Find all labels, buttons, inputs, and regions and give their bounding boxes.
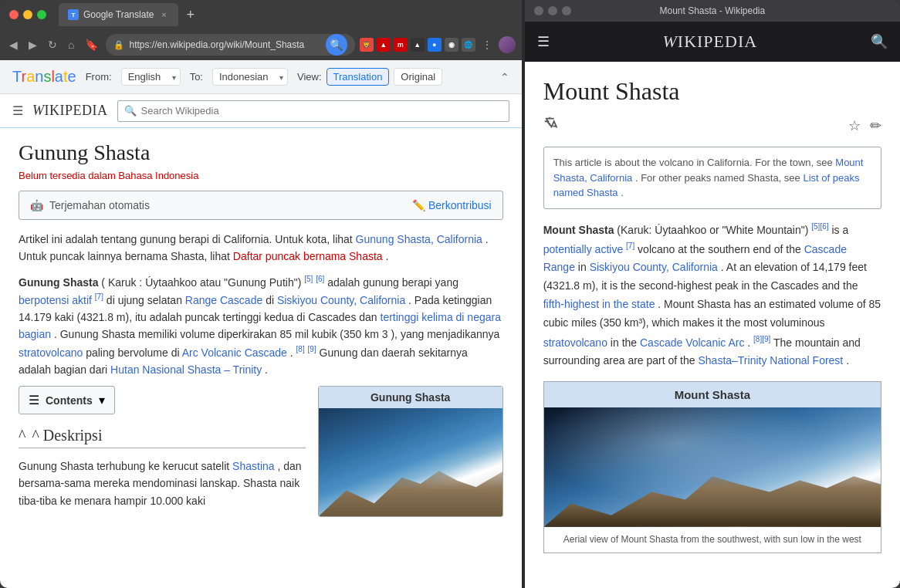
article-main-text: Gunung Shasta ( Karuk : Úytaahkoo atau "… [19,273,503,378]
body-text8: . [290,346,296,358]
right-meta-icons: ☆ ✏ [543,115,881,136]
body-text1: ( Karuk : Úytaahkoo atau "Gunung Putih") [101,275,304,288]
body-text6: . Gunung Shasta memiliki volume diperkir… [54,328,499,340]
link-hutan-nasional[interactable]: Hutan Nasional Shasta – Trinity [110,363,262,376]
extension-m[interactable]: m [394,38,408,52]
ref5[interactable]: [5] [304,275,313,283]
maximize-button[interactable] [37,10,46,19]
contents-chevron: ▾ [99,393,105,407]
link-shastina[interactable]: Shastina [232,460,274,472]
extension-globe[interactable]: 🌐 [462,38,475,52]
wiki-search-icon: 🔍 [124,105,137,117]
article-title: Gunung Shasta [19,140,503,165]
right-image-caption: Aerial view of Mount Shasta from the sou… [544,527,881,553]
from-language-select[interactable]: English [121,68,181,86]
right-ref89-link[interactable]: [8][9] [753,335,770,343]
link-range-cascade[interactable]: Range Cascade [185,293,262,306]
extension-grey[interactable]: ◉ [445,38,458,52]
extension-dark[interactable]: ▲ [411,38,425,52]
close-button[interactable] [9,10,19,19]
translate-to-select[interactable]: Indonesian [212,68,288,86]
left-infobox-title: Gunung Shasta [319,387,502,408]
ref8[interactable]: [8] [296,345,305,353]
extension-brave[interactable]: 🦁 [360,38,374,52]
to-language-select[interactable]: Indonesian [212,68,288,86]
ref7[interactable]: [7] [95,292,103,301]
right-article-title: Mount Shasta [543,77,881,106]
avatar[interactable] [499,36,516,53]
bookmark-button[interactable]: 🔖 [82,35,101,54]
body-text10: . [265,363,268,376]
left-mountain-image [319,408,503,516]
wiki-hamburger-icon[interactable]: ☰ [537,33,550,50]
right-link-stratovolcano[interactable]: stratovolcano [543,336,607,348]
ref9[interactable]: [9] [308,345,316,353]
right-link-potentially-active[interactable]: potentially active [543,243,624,255]
star-icon[interactable]: ☆ [848,117,861,134]
right-disam-period: . [621,187,624,198]
chrome-more-button[interactable]: ⋮ [479,35,496,54]
contribute-button[interactable]: ✏️ Berkontribusi [412,199,492,211]
extension-red[interactable]: ▲ [377,38,391,52]
section-collapse-icon[interactable]: ^ [19,427,25,444]
translate-icon[interactable] [543,115,560,136]
right-link-fifth-highest[interactable]: fifth-highest in the state [543,298,655,310]
right-ref56[interactable]: [5][6] [811,222,828,231]
link-stratovolcano[interactable]: stratovolcano [19,346,83,358]
home-button[interactable]: ⌂ [65,35,77,54]
lock-icon: 🔒 [113,40,124,50]
edit-icon[interactable]: ✏ [870,117,881,134]
wiki-search-input[interactable] [141,105,502,117]
link-siskiyou[interactable]: Siskiyou County, California [277,293,405,306]
period: . [386,250,389,262]
right-article-main-text: Mount Shasta (Karuk: Úytaahkoo or "White… [543,220,881,370]
right-body-text2: volcano at the southern end of the [638,243,804,255]
right-disam-text: This article is about the volcano in Cal… [553,157,833,168]
ref6[interactable]: [6] [316,275,324,283]
link-gunung-shasta-california[interactable]: Gunung Shasta, California [356,233,482,245]
translate-from-select[interactable]: English [121,68,181,86]
address-bar[interactable]: 🔒 https://en.wikipedia.org/wiki/Mount_Sh… [106,34,354,56]
right-close-button[interactable] [534,6,543,15]
link-daftar-puncak[interactable]: Daftar puncak bernama Shasta [233,250,383,262]
translate-expand-button[interactable]: ⌃ [500,71,509,83]
contents-box[interactable]: ☰ Contents ▾ [19,386,115,414]
url-text: https://en.wikipedia.org/wiki/Mount_Shas… [129,39,320,50]
address-search-button[interactable]: 🔍 [326,34,347,56]
contents-icon: ☰ [29,393,39,407]
body-text4: di [266,293,277,306]
original-view-button[interactable]: Original [394,68,442,86]
right-minimize-button[interactable] [548,6,557,15]
right-traffic-lights [534,6,571,15]
body-text7: paling bervolume di [86,346,182,358]
link-berpotensi-aktif[interactable]: berpotensi aktif [19,293,92,306]
wiki-app-search-icon[interactable]: 🔍 [871,33,888,50]
minimize-button[interactable] [23,10,32,19]
wiki-menu-icon[interactable]: ☰ [12,103,23,118]
right-infobox: Mount Shasta Aerial view of Mount Shasta… [543,381,881,553]
translate-logo: Translate [12,68,76,86]
reload-button[interactable]: ↻ [45,35,60,54]
right-mountain-image [544,407,881,527]
right-article-bold: Mount Shasta [543,223,614,235]
back-button[interactable]: ◀ [6,35,21,54]
right-window-title: Mount Shasta - Wikipedia [659,5,765,16]
right-link-siskiyou[interactable]: Siskiyou County, California [590,261,718,273]
tab-close-button[interactable]: × [158,9,169,20]
wiki-app-header: ☰ WIKIPEDIA 🔍 [525,22,900,62]
right-maximize-button[interactable] [562,6,571,15]
translate-bar: Translate From: English To: Indonesian V… [0,60,522,94]
right-ref7[interactable]: [7] [626,242,634,250]
active-tab[interactable]: T Google Translate × [59,3,178,26]
extension-blue[interactable]: ● [428,38,442,52]
right-link-trinity[interactable]: Shasta–Trinity National Forest [698,354,843,367]
wiki-search-bar[interactable]: 🔍 [117,100,509,122]
right-link-cascade-volcanic-arc[interactable]: Cascade Volcanic Arc [640,336,744,348]
link-arc-volcanic[interactable]: Arc Volcanic Cascade [182,346,287,358]
tab-favicon: T [68,9,79,20]
chrome-addressbar: ◀ ▶ ↻ ⌂ 🔖 🔒 https://en.wikipedia.org/wik… [0,29,522,60]
forward-button[interactable]: ▶ [25,35,40,54]
wiki-header: ☰ WIKIPEDIA 🔍 [0,94,522,128]
new-tab-button[interactable]: + [186,7,195,23]
translation-view-button[interactable]: Translation [327,68,390,86]
